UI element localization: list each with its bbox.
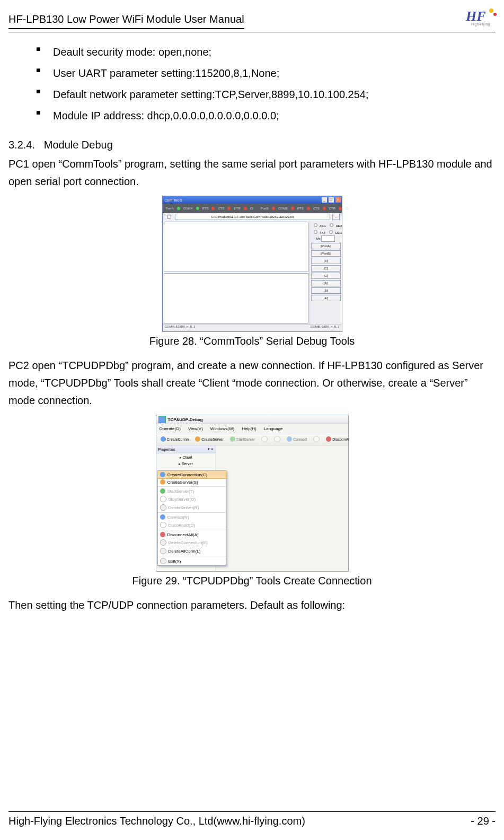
toolbar-label: Connect xyxy=(293,438,307,441)
logo-dot-icon xyxy=(489,8,493,13)
figure-28-caption: Figure 28. “CommTools” Serial Debug Tool… xyxy=(8,335,496,347)
toolbar-createserver-button[interactable]: CreateServer xyxy=(193,435,226,443)
side-button[interactable]: [C] xyxy=(311,265,341,272)
maximize-icon[interactable]: □ xyxy=(329,197,334,203)
ctx-stop-server[interactable]: StopServer(O) xyxy=(158,495,226,503)
ctx-label: CreateServer(S) xyxy=(167,480,198,485)
delete-icon xyxy=(274,436,280,442)
side-button[interactable]: [E] xyxy=(311,295,341,301)
bullet-item: Deault security mode: open,none; xyxy=(53,41,496,63)
toolbar-delete-button[interactable] xyxy=(272,435,282,443)
side-button[interactable]: [A] xyxy=(311,280,341,286)
ctx-connect[interactable]: Connect(N) xyxy=(158,512,226,521)
doc-header-title: HF-LPB130 Low Power WiFi Module User Man… xyxy=(8,13,244,25)
ctx-delete-server[interactable]: DeleteServer(R) xyxy=(158,503,226,512)
toolbar-createconn-button[interactable]: CreateConnn xyxy=(158,435,191,443)
logo-dot-icon xyxy=(493,13,497,16)
figure-28-window: Com Tools _ □ × PortA COMA RTS CTS DTR C… xyxy=(162,196,342,332)
bullet-list: Deault security mode: open,none; User UA… xyxy=(8,41,496,126)
close-icon[interactable]: × xyxy=(335,197,341,203)
port-a-label: PortA xyxy=(166,207,174,210)
tree-view[interactable]: Client Server xyxy=(156,453,216,468)
ctx-label: Disconnect(D) xyxy=(169,523,196,528)
bullet-item: User UART parameter setting:115200,8,1,N… xyxy=(53,63,496,84)
tree-node-client[interactable]: Client xyxy=(158,454,214,461)
ctx-disconnect[interactable]: Disconnect(D) xyxy=(158,521,226,529)
toolbar-connect-button[interactable]: Connect xyxy=(285,435,309,443)
toolbar-disconnect-button[interactable] xyxy=(311,435,322,443)
led-icon xyxy=(211,207,215,210)
stop-icon xyxy=(160,496,166,502)
server-icon xyxy=(160,479,165,485)
porta-button[interactable]: [PortA] xyxy=(311,243,341,249)
file-path-field[interactable]: C:\1-Products\1-HF-xllx\Tools\ComTools\t… xyxy=(175,214,331,220)
opt-radio[interactable] xyxy=(314,230,317,234)
ctx-label: StopServer(O) xyxy=(169,497,196,502)
brand-logo-subtext: High-Flying xyxy=(471,22,490,26)
bullet-item: Default network parameter setting:TCP,Se… xyxy=(53,84,496,105)
menu-view[interactable]: View(V) xyxy=(188,426,203,431)
bullet-item: Module IP address: dhcp,0.0.0.0,0.0.0.0,… xyxy=(53,105,496,126)
menu-operate[interactable]: Operate(O) xyxy=(160,426,181,431)
panel-pin-icon[interactable]: ▾ × xyxy=(208,447,213,451)
side-button[interactable]: [A] xyxy=(311,258,341,264)
side-button[interactable]: [C] xyxy=(311,273,341,279)
opt-radio[interactable] xyxy=(330,223,333,227)
ctx-start-server[interactable]: StartServer(T) xyxy=(158,486,226,495)
menu-windows[interactable]: Windows(W) xyxy=(210,426,234,431)
led-icon xyxy=(244,207,247,210)
menu-language[interactable]: Language xyxy=(264,426,283,431)
ctx-label: DeleteServer(R) xyxy=(169,505,199,510)
led-label: CTS xyxy=(218,207,224,210)
window-controls[interactable]: _ □ × xyxy=(321,197,341,203)
led-icon xyxy=(227,207,231,210)
ctx-delete-connection[interactable]: DeleteConnection(E) xyxy=(158,538,226,547)
ctx-create-server[interactable]: CreateServer(S) xyxy=(158,478,226,486)
figure-29-window: TCP&UDP-Debug Operate(O) View(V) Windows… xyxy=(156,415,349,572)
ms-input[interactable] xyxy=(321,235,335,242)
minimize-icon[interactable]: _ xyxy=(322,197,327,203)
ctx-label: Connect(N) xyxy=(167,515,189,520)
output-textarea-top[interactable] xyxy=(164,222,308,272)
stop-icon xyxy=(261,436,268,442)
brand-logo: HF High-Flying xyxy=(466,10,496,29)
status-left: COMA: 57600, n, 8, 1 xyxy=(165,325,196,331)
ctx-disconnect-all[interactable]: DisconnectAll(A) xyxy=(158,530,226,538)
opt-label: HEX xyxy=(336,224,342,228)
led-icon xyxy=(272,207,275,210)
port-status-bar: PortA COMA RTS CTS DTR CI PortB COMB RTS… xyxy=(163,204,342,213)
properties-panel-title: Properties xyxy=(158,448,175,451)
side-button[interactable]: [B] xyxy=(311,287,341,294)
toolbar-startserver-button[interactable]: StartServer xyxy=(228,435,257,443)
side-controls: ASC HEX TXT DEC Ms [PortA] [PortB] [A] [… xyxy=(310,221,342,325)
led-icon xyxy=(291,207,294,210)
ctx-exit[interactable]: Exit(X) xyxy=(158,556,226,565)
menu-help[interactable]: Help(H) xyxy=(242,426,257,431)
paragraph: Then setting the TCP/UDP connection para… xyxy=(8,597,496,614)
delete-icon xyxy=(160,504,166,511)
toolbar: CreateConnn CreateServer StartServer Con… xyxy=(156,433,348,445)
browse-button[interactable]: .. xyxy=(332,214,339,220)
menu-bar[interactable]: Operate(O) View(V) Windows(W) Help(H) La… xyxy=(156,424,348,433)
led-label: CI xyxy=(345,207,348,210)
toolbar-disconnall-button[interactable]: DisconnAl xyxy=(324,435,351,443)
opt-radio[interactable] xyxy=(314,223,317,227)
footer-divider xyxy=(8,811,496,812)
opt-radio[interactable] xyxy=(329,230,333,234)
toolbar-label: CreateConnn xyxy=(167,438,189,441)
led-icon xyxy=(196,207,199,210)
toolbar-stop-button[interactable] xyxy=(259,435,270,443)
path-checkbox[interactable] xyxy=(167,215,171,219)
tree-node-server[interactable]: Server xyxy=(158,461,214,467)
section-title: Module Debug xyxy=(44,139,113,151)
connect-icon xyxy=(287,436,292,442)
output-textarea-bottom[interactable] xyxy=(164,273,308,323)
play-icon xyxy=(230,436,235,442)
header-divider xyxy=(8,32,496,32)
portb-button[interactable]: [PortB] xyxy=(311,250,341,257)
led-icon xyxy=(307,207,310,210)
ctx-create-connection[interactable]: CreateConnection(C) xyxy=(157,470,226,479)
delete-icon xyxy=(160,548,166,554)
ctx-delete-all-conn[interactable]: DeleteAllConn(L) xyxy=(158,547,226,555)
disconnect-all-icon xyxy=(160,532,165,537)
